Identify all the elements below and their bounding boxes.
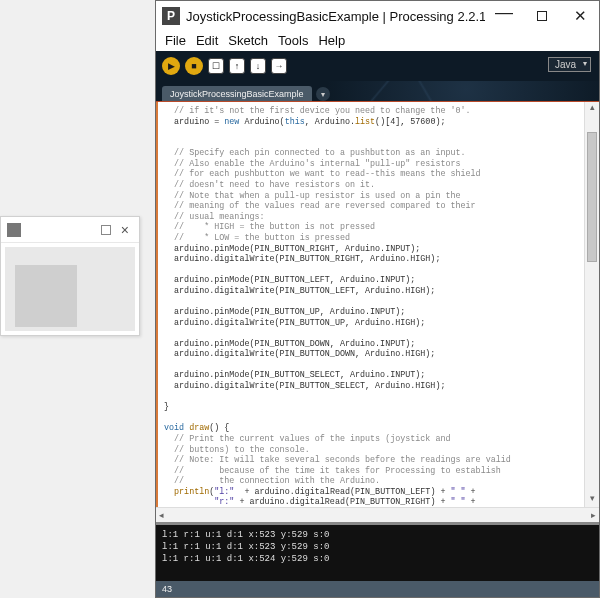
- code-line[interactable]: // buttons) to the console.: [164, 445, 582, 456]
- code-line[interactable]: arduino.pinMode(PIN_BUTTON_RIGHT, Arduin…: [164, 244, 582, 255]
- code-line[interactable]: // Print the current values of the input…: [164, 434, 582, 445]
- code-line[interactable]: // because of the time it takes for Proc…: [164, 466, 582, 477]
- scrollbar-thumb[interactable]: [587, 132, 597, 262]
- toolbar: ▶■☐↑↓→Java: [156, 51, 599, 81]
- save-button[interactable]: ↓: [250, 58, 266, 74]
- code-line[interactable]: arduino.digitalWrite(PIN_BUTTON_DOWN, Ar…: [164, 349, 582, 360]
- console-output[interactable]: l:1 r:1 u:1 d:1 x:523 y:529 s:0 l:1 r:1 …: [156, 525, 599, 581]
- menu-file[interactable]: File: [162, 33, 189, 48]
- code-editor[interactable]: // if it's not the first device you need…: [158, 102, 584, 507]
- code-line[interactable]: arduino.pinMode(PIN_BUTTON_SELECT, Ardui…: [164, 370, 582, 381]
- processing-app-icon: P: [162, 7, 180, 25]
- tab-bar: JoystickProcessingBasicExample▾: [156, 81, 599, 101]
- code-line[interactable]: [164, 296, 582, 307]
- sketch-tab[interactable]: JoystickProcessingBasicExample: [162, 86, 312, 101]
- sketch-canvas: [5, 247, 135, 331]
- menu-sketch[interactable]: Sketch: [225, 33, 271, 48]
- code-line[interactable]: [164, 360, 582, 371]
- code-line[interactable]: "r:" + arduino.digitalRead(PIN_BUTTON_RI…: [164, 497, 582, 507]
- code-line[interactable]: // Also enable the Arduino's internal "p…: [164, 159, 582, 170]
- export-icon: →: [275, 61, 284, 71]
- status-line-number: 43: [162, 584, 172, 594]
- stop-icon: ■: [191, 61, 196, 71]
- code-line[interactable]: // Note: It will take several seconds be…: [164, 455, 582, 466]
- editor-area: // if it's not the first device you need…: [156, 101, 599, 507]
- code-line[interactable]: // if it's not the first device you need…: [164, 106, 582, 117]
- scroll-right-arrow-icon[interactable]: ▸: [591, 510, 596, 520]
- code-line[interactable]: [164, 413, 582, 424]
- code-line[interactable]: [164, 265, 582, 276]
- window-close-button[interactable]: ✕: [561, 2, 599, 30]
- window-title: JoystickProcessingBasicExample | Process…: [186, 9, 485, 24]
- save-icon: ↓: [256, 61, 261, 71]
- menu-edit[interactable]: Edit: [193, 33, 221, 48]
- code-line[interactable]: // usual meanings:: [164, 212, 582, 223]
- code-line[interactable]: arduino.digitalWrite(PIN_BUTTON_SELECT, …: [164, 381, 582, 392]
- sketch-titlebar[interactable]: ×: [1, 217, 139, 243]
- run-button[interactable]: ▶: [162, 57, 180, 75]
- sketch-icon: [7, 223, 21, 237]
- code-line[interactable]: arduino = new Arduino(this, Arduino.list…: [164, 117, 582, 128]
- code-line[interactable]: void draw() {: [164, 423, 582, 434]
- code-line[interactable]: // Specify each pin connected to a pushb…: [164, 148, 582, 159]
- window-maximize-button[interactable]: [523, 2, 561, 30]
- open-button[interactable]: ↑: [229, 58, 245, 74]
- menu-tools[interactable]: Tools: [275, 33, 311, 48]
- code-line[interactable]: // the connection with the Arduino.: [164, 476, 582, 487]
- code-line[interactable]: arduino.pinMode(PIN_BUTTON_UP, Arduino.I…: [164, 307, 582, 318]
- export-button[interactable]: →: [271, 58, 287, 74]
- code-line[interactable]: // for each pushbutton we want to read--…: [164, 169, 582, 180]
- run-icon: ▶: [168, 61, 175, 71]
- code-line[interactable]: arduino.digitalWrite(PIN_BUTTON_RIGHT, A…: [164, 254, 582, 265]
- code-line[interactable]: }: [164, 402, 582, 413]
- menu-help[interactable]: Help: [315, 33, 348, 48]
- mode-dropdown[interactable]: Java: [548, 57, 591, 72]
- new-button[interactable]: ☐: [208, 58, 224, 74]
- code-line[interactable]: [164, 138, 582, 149]
- sketch-maximize-icon[interactable]: [101, 225, 111, 235]
- status-bar: 43: [156, 581, 599, 597]
- code-line[interactable]: [164, 328, 582, 339]
- processing-ide-window: P JoystickProcessingBasicExample | Proce…: [155, 0, 600, 598]
- new-icon: ☐: [212, 61, 220, 71]
- sketch-output-window[interactable]: ×: [0, 216, 140, 336]
- scroll-down-arrow-icon[interactable]: ▾: [585, 493, 599, 507]
- code-line[interactable]: // Note that when a pull-up resistor is …: [164, 191, 582, 202]
- tab-dropdown-icon[interactable]: ▾: [316, 87, 330, 101]
- code-line[interactable]: arduino.pinMode(PIN_BUTTON_DOWN, Arduino…: [164, 339, 582, 350]
- open-icon: ↑: [235, 61, 240, 71]
- code-line[interactable]: // doesn't need to have resistors on it.: [164, 180, 582, 191]
- code-line[interactable]: arduino.pinMode(PIN_BUTTON_LEFT, Arduino…: [164, 275, 582, 286]
- code-line[interactable]: arduino.digitalWrite(PIN_BUTTON_UP, Ardu…: [164, 318, 582, 329]
- code-line[interactable]: [164, 127, 582, 138]
- vertical-scrollbar[interactable]: ▴ ▾: [584, 102, 599, 507]
- sketch-close-icon[interactable]: ×: [121, 222, 129, 238]
- scroll-left-arrow-icon[interactable]: ◂: [159, 510, 164, 520]
- code-line[interactable]: // meaning of the values read are revers…: [164, 201, 582, 212]
- stop-button[interactable]: ■: [185, 57, 203, 75]
- code-line[interactable]: // * HIGH = the button is not pressed: [164, 222, 582, 233]
- code-line[interactable]: arduino.digitalWrite(PIN_BUTTON_LEFT, Ar…: [164, 286, 582, 297]
- horizontal-scrollbar[interactable]: ◂ ▸: [156, 507, 599, 522]
- code-line[interactable]: // * LOW = the button is pressed: [164, 233, 582, 244]
- code-line[interactable]: [164, 392, 582, 403]
- menubar: FileEditSketchToolsHelp: [156, 31, 599, 51]
- window-titlebar[interactable]: P JoystickProcessingBasicExample | Proce…: [156, 1, 599, 31]
- window-minimize-button[interactable]: —: [485, 2, 523, 30]
- code-line[interactable]: println("l:" + arduino.digitalRead(PIN_B…: [164, 487, 582, 498]
- sketch-canvas-shape: [15, 265, 77, 327]
- scroll-up-arrow-icon[interactable]: ▴: [585, 102, 599, 116]
